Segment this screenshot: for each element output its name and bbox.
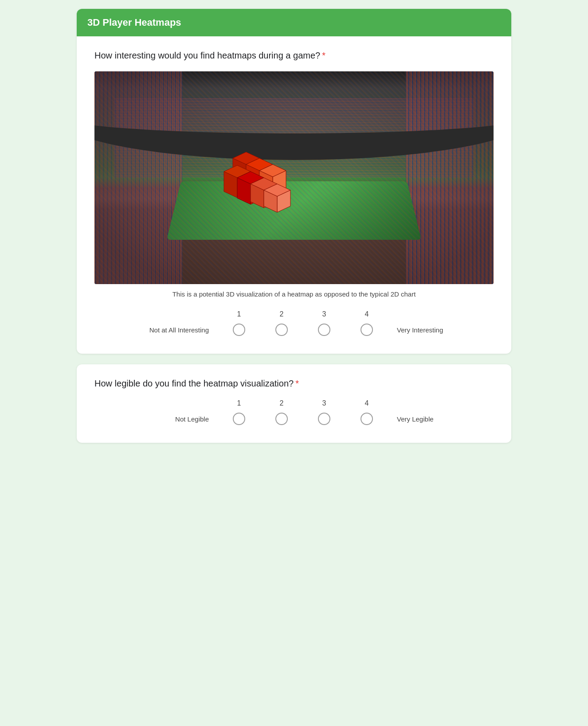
scale-right-label-1: Very Interesting [388, 326, 459, 334]
card-body-2: How legible do you find the heatmap visu… [77, 364, 511, 443]
radio-2-1[interactable] [233, 413, 245, 425]
radio-cell-1-3 [303, 324, 345, 336]
radio-2-4[interactable] [361, 413, 373, 425]
radio-1-4[interactable] [361, 324, 373, 336]
card-body: How interesting would you find heatmaps … [77, 36, 511, 354]
heatmap-3d-visualization [206, 141, 321, 222]
number-2-3: 3 [303, 399, 345, 407]
radio-cell-2-4 [345, 413, 388, 425]
question-1: How interesting would you find heatmaps … [94, 51, 494, 61]
number-4: 4 [345, 310, 388, 318]
numbers-row-2: 1 2 3 4 [94, 399, 494, 407]
scale-left-label-1: Not at All Interesting [129, 326, 218, 334]
stadium-image-container [94, 71, 494, 284]
scale-right-label-2: Very Legible [388, 415, 459, 423]
number-2-4: 4 [345, 399, 388, 407]
number-2-2: 2 [260, 399, 303, 407]
radio-1-3[interactable] [318, 324, 330, 336]
question-2: How legible do you find the heatmap visu… [94, 379, 494, 389]
number-3: 3 [303, 310, 345, 318]
numbers-inner-1: 1 2 3 4 [218, 310, 388, 318]
scale-left-label-2: Not Legible [129, 415, 218, 423]
numbers-inner-2: 1 2 3 4 [218, 399, 388, 407]
required-star-1: * [322, 51, 325, 60]
card-header: 3D Player Heatmaps [77, 9, 511, 36]
question-1-text: How interesting would you find heatmaps … [94, 51, 320, 60]
radio-cell-2-1 [218, 413, 260, 425]
radio-2-2[interactable] [275, 413, 288, 425]
radios-row-2: Not Legible Very Legible [129, 413, 459, 425]
page-container: 3D Player Heatmaps How interesting would… [77, 9, 511, 443]
rating-scale-1: 1 2 3 4 Not at All Interesting [94, 310, 494, 336]
card-legibility: How legible do you find the heatmap visu… [77, 364, 511, 443]
radios-row-1: Not at All Interesting Very Interesting [129, 324, 459, 336]
radio-cell-1-2 [260, 324, 303, 336]
card-title: 3D Player Heatmaps [87, 17, 181, 28]
image-caption: This is a potential 3D visualization of … [94, 290, 494, 298]
required-star-2: * [295, 379, 299, 388]
radio-1-1[interactable] [233, 324, 245, 336]
number-2: 2 [260, 310, 303, 318]
number-2-1: 1 [218, 399, 260, 407]
radio-cell-2-3 [303, 413, 345, 425]
radio-cell-1-1 [218, 324, 260, 336]
radio-cell-2-2 [260, 413, 303, 425]
radio-2-3[interactable] [318, 413, 330, 425]
numbers-row-1: 1 2 3 4 [94, 310, 494, 318]
radio-1-2[interactable] [275, 324, 288, 336]
rating-scale-2: 1 2 3 4 Not Legible [94, 399, 494, 425]
card-heatmaps: 3D Player Heatmaps How interesting would… [77, 9, 511, 354]
radio-cell-1-4 [345, 324, 388, 336]
stadium-image [94, 71, 494, 284]
question-2-text: How legible do you find the heatmap visu… [94, 379, 294, 388]
number-1: 1 [218, 310, 260, 318]
